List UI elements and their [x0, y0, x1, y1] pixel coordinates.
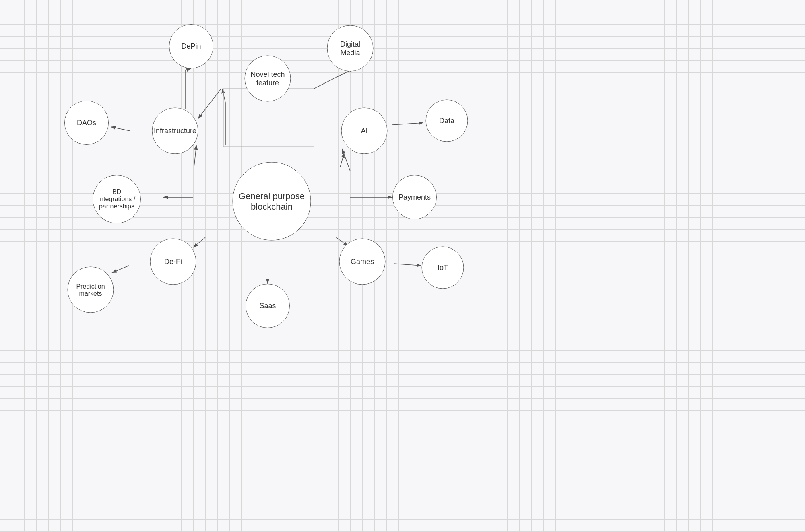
node-games[interactable]: Games: [339, 239, 386, 285]
node-novel-tech[interactable]: Novel tech feature: [245, 56, 291, 102]
node-center[interactable]: General purpose blockchain: [233, 162, 311, 241]
node-ai[interactable]: AI: [341, 108, 388, 154]
svg-line-15: [394, 264, 421, 266]
node-data[interactable]: Data: [426, 100, 468, 142]
node-prediction-markets[interactable]: Prediction markets: [68, 267, 114, 313]
svg-line-4: [198, 89, 221, 119]
svg-line-7: [340, 153, 344, 167]
node-payments[interactable]: Payments: [392, 175, 437, 219]
node-depin[interactable]: DePin: [169, 24, 213, 68]
svg-line-8: [392, 123, 423, 125]
svg-line-6: [342, 149, 350, 171]
node-bd-integrations[interactable]: BD Integrations / partnerships: [93, 175, 141, 223]
node-daos[interactable]: DAOs: [64, 101, 109, 145]
node-iot[interactable]: IoT: [422, 247, 464, 289]
node-defi[interactable]: De-Fi: [150, 239, 196, 285]
svg-line-3: [111, 127, 130, 131]
svg-line-11: [193, 237, 205, 247]
arrows-svg: [0, 0, 805, 532]
svg-line-12: [112, 266, 129, 273]
node-infrastructure[interactable]: Infrastructure: [152, 108, 198, 154]
node-saas[interactable]: Saas: [246, 284, 290, 328]
diagram-container: General purpose blockchain Novel tech fe…: [0, 0, 805, 532]
node-digital-media[interactable]: Digital Media: [327, 25, 374, 72]
svg-line-2: [194, 145, 196, 167]
